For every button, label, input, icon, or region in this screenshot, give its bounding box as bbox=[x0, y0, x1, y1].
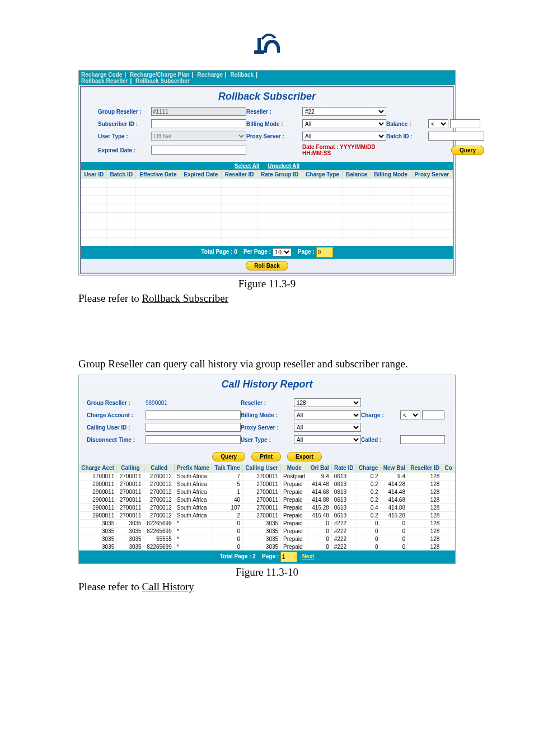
charge-label: Charge : bbox=[361, 412, 400, 418]
select-bar: Select All Unselect All bbox=[81, 162, 453, 170]
called-label: Called : bbox=[361, 437, 400, 443]
call-history-panel: Call History Report Group Reseller : 989… bbox=[78, 375, 456, 564]
proxy-server-select[interactable]: All bbox=[302, 132, 386, 141]
date-format-hint: Date Format : YYYY/MM/DD HH:MM:SS bbox=[302, 144, 386, 156]
tab-rollback-subscriber[interactable]: Rollback Subscriber bbox=[135, 78, 190, 84]
reseller-label-2: Reseller : bbox=[241, 400, 294, 406]
rollback-button[interactable]: Roll Back bbox=[246, 261, 288, 270]
tab-recharge-charge-plan[interactable]: Recharge/Charge Plan bbox=[130, 72, 190, 78]
tab-recharge-code[interactable]: Recharge Code bbox=[81, 72, 122, 78]
user-type-label-2: User Type : bbox=[241, 437, 294, 443]
page-label-2: Page : bbox=[262, 553, 279, 559]
disconnect-time-label: Disconnect Time : bbox=[87, 437, 146, 443]
col-ori-bal: Ori Bal bbox=[308, 464, 331, 473]
expired-date-label: Expired Date : bbox=[98, 147, 151, 153]
page-input-2[interactable] bbox=[280, 552, 297, 562]
batch-id-input[interactable] bbox=[428, 132, 484, 141]
svg-rect-1 bbox=[257, 38, 261, 54]
table-row: 3035303582265699*03035Prepaid0#22200128 bbox=[79, 528, 455, 535]
col-proxy-server: Proxy Server bbox=[411, 170, 452, 179]
table-row: 290001127000112700012South Africa4027000… bbox=[79, 496, 455, 504]
group-reseller-value: 9890001 bbox=[146, 400, 241, 406]
user-type-label: User Type : bbox=[98, 133, 151, 139]
brand-icon bbox=[254, 34, 280, 57]
query-button-2[interactable]: Query bbox=[212, 452, 245, 461]
rollback-subscriber-link[interactable]: Rollback Subscriber bbox=[142, 292, 228, 304]
svg-marker-2 bbox=[273, 35, 277, 39]
table-row: 3035303555555*03035Prepaid0#22200128 bbox=[79, 535, 455, 543]
reseller-select-2[interactable]: 128 bbox=[294, 398, 361, 407]
table-row: 3035303582265699*03035Prepaid0#22200128 bbox=[79, 543, 455, 551]
subscriber-id-label: Subscriber ID : bbox=[98, 121, 151, 127]
unselect-all-link[interactable]: Unselect All bbox=[268, 163, 299, 169]
billing-mode-label: Billing Mode : bbox=[246, 121, 302, 127]
per-page-select[interactable]: 10 bbox=[273, 248, 292, 256]
tab-recharge[interactable]: Recharge bbox=[197, 72, 223, 78]
page-input[interactable] bbox=[316, 247, 333, 258]
billing-mode-select-2[interactable]: All bbox=[294, 410, 361, 419]
col-charge: Charge bbox=[356, 464, 381, 473]
balance-input[interactable] bbox=[450, 119, 480, 128]
calling-user-id-label: Calling User ID : bbox=[87, 424, 146, 431]
col-reseller-id-2: Reseller ID bbox=[407, 464, 442, 473]
balance-op-select[interactable]: < bbox=[428, 119, 448, 128]
call-history-table: Charge Acct Calling Called Prefix Name T… bbox=[79, 464, 455, 550]
col-calling-user: Calling User bbox=[243, 464, 281, 473]
reseller-label: Reseller : bbox=[246, 109, 302, 115]
figure-caption-2: Figure 11.3-10 bbox=[78, 566, 456, 578]
refer-text-2: Please refer to Call History bbox=[78, 580, 456, 595]
group-reseller-label: Group Reseller : bbox=[98, 109, 151, 115]
call-history-link[interactable]: Call History bbox=[142, 581, 194, 592]
charge-account-input[interactable] bbox=[146, 410, 241, 419]
billing-mode-label-2: Billing Mode : bbox=[241, 412, 294, 418]
table-row: 290001127000112700012South Africa5270001… bbox=[79, 480, 455, 488]
rollback-subscriber-panel: Recharge Code| Recharge/Charge Plan| Rec… bbox=[78, 70, 456, 276]
calling-user-id-input[interactable] bbox=[146, 423, 241, 432]
mid-paragraph: Group Reseller can query call history vi… bbox=[78, 357, 456, 372]
subscriber-id-input[interactable] bbox=[151, 119, 246, 128]
charge-input[interactable] bbox=[422, 410, 444, 419]
reseller-select[interactable]: #22 bbox=[302, 107, 386, 116]
col-talk-time: Talk Time bbox=[212, 464, 243, 473]
tab-bar: Recharge Code| Recharge/Charge Plan| Rec… bbox=[79, 71, 455, 85]
proxy-server-select-2[interactable]: All bbox=[294, 423, 361, 432]
table-row: 290001127000112700012South Africa1270001… bbox=[79, 488, 455, 496]
table-row: 290001127000112700012South Africa1072700… bbox=[79, 504, 455, 512]
col-balance: Balance bbox=[343, 170, 371, 179]
col-expired-date: Expired Date bbox=[180, 170, 222, 179]
proxy-server-label-2: Proxy Server : bbox=[241, 424, 294, 431]
total-page-label-2: Total Page : 2 bbox=[220, 553, 256, 559]
panel-title: Rollback Subscriber bbox=[81, 87, 453, 107]
query-button[interactable]: Query bbox=[451, 146, 484, 155]
expired-date-input[interactable] bbox=[151, 146, 246, 155]
tab-rollback-reseller[interactable]: Rollback Reseller bbox=[81, 78, 128, 84]
charge-account-label: Charge Account : bbox=[87, 412, 146, 418]
called-input[interactable] bbox=[400, 435, 445, 444]
balance-label: Balance : bbox=[386, 121, 428, 127]
charge-op-select[interactable]: < bbox=[400, 410, 420, 419]
logo bbox=[78, 34, 456, 59]
export-button[interactable]: Export bbox=[287, 452, 322, 461]
tab-rollback[interactable]: Rollback bbox=[230, 72, 254, 78]
next-link[interactable]: Next bbox=[302, 553, 315, 559]
col-reseller-id: Reseller ID bbox=[222, 170, 257, 179]
user-type-select-2[interactable]: All bbox=[294, 435, 361, 444]
table-row: 3035303582265699*03035Prepaid0#22200128 bbox=[79, 520, 455, 528]
col-calling: Calling bbox=[117, 464, 144, 473]
refer-text-1: Please refer to Rollback Subscriber bbox=[78, 291, 456, 306]
per-page-label: Per Page : bbox=[243, 249, 271, 255]
print-button[interactable]: Print bbox=[251, 452, 281, 461]
results-table: User ID Batch ID Effective Date Expired … bbox=[81, 170, 453, 246]
col-charge-acct: Charge Acct bbox=[79, 464, 117, 473]
select-all-link[interactable]: Select All bbox=[235, 163, 260, 169]
group-reseller-input[interactable] bbox=[151, 107, 246, 116]
page-label: Page : bbox=[298, 249, 315, 255]
col-prefix-name: Prefix Name bbox=[174, 464, 212, 473]
col-called: Called bbox=[144, 464, 174, 473]
billing-mode-select[interactable]: All bbox=[302, 119, 386, 128]
disconnect-time-input[interactable] bbox=[146, 435, 241, 444]
col-rate-group-id: Rate Group ID bbox=[257, 170, 302, 179]
table-row: 270001127000112700012South Africa7270001… bbox=[79, 473, 455, 480]
table-row: 290001127000112700012South Africa2270001… bbox=[79, 512, 455, 520]
pager-2: Total Page : 2 Page : Next bbox=[79, 550, 455, 563]
